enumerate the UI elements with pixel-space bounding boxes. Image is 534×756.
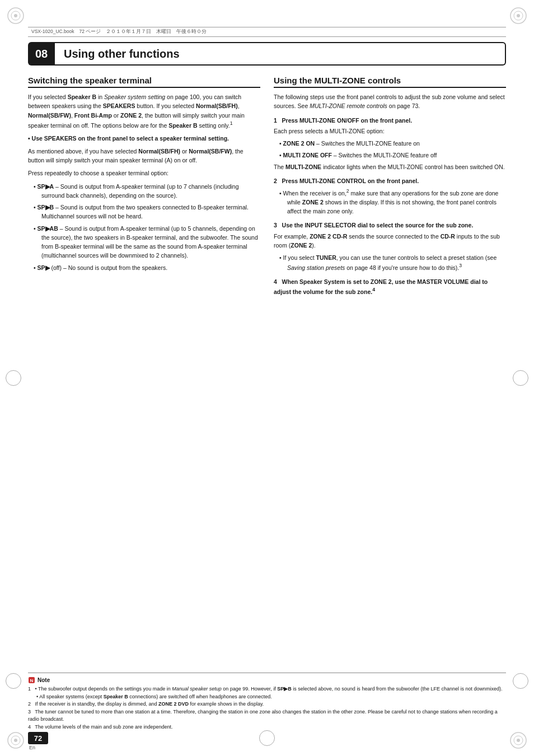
corner-decoration-tr	[507, 4, 530, 27]
note-label: Note	[38, 677, 50, 683]
page-num-box: 72	[28, 732, 48, 744]
step-4-heading: 4 When Speaker System is set to ZONE 2, …	[274, 278, 506, 297]
chapter-title-bar: Using other functions	[55, 42, 506, 66]
side-circle-left-mid	[6, 370, 21, 386]
multi-zone-off: • MULTI ZONE OFF – Switches the MULTI-ZO…	[279, 151, 506, 160]
right-column: Using the MULTI-ZONE controls The follow…	[274, 76, 506, 711]
svg-point-11	[517, 739, 520, 742]
note-4: 4 The volume levels of the main and sub …	[28, 724, 506, 731]
note-icon: N	[28, 676, 35, 684]
chapter-header: 08 Using other functions	[28, 42, 506, 66]
side-circle-right-mid	[513, 370, 528, 386]
svg-text:N: N	[30, 678, 34, 683]
chapter-number: 08	[28, 42, 55, 66]
press-repeatedly-intro: Press repeatedly to choose a speaker ter…	[28, 169, 260, 178]
step-3-bullet1: • If you select TUNER, you can use the t…	[279, 253, 506, 272]
bullet-heading-body: As mentioned above, if you have selected…	[28, 147, 260, 165]
file-info: VSX-1020_UC.book 72 ページ ２０１０年１月７日 木曜日 午後…	[31, 29, 207, 35]
svg-point-5	[517, 14, 520, 17]
step-1-body: Each press selects a MULTI-ZONE option:	[274, 127, 506, 136]
content-area: Switching the speaker terminal If you se…	[28, 76, 506, 711]
left-section-title: Switching the speaker terminal	[28, 76, 260, 88]
step-2-bullet1: • When the receiver is on,2 make sure th…	[279, 188, 506, 216]
bullet-heading: • Use SPEAKERS on the front panel to sel…	[28, 134, 260, 143]
step-1-bullets: • ZONE 2 ON – Switches the MULTI-ZONE fe…	[279, 139, 506, 160]
right-section-title: Using the MULTI-ZONE controls	[274, 76, 506, 88]
header-bar: VSX-1020_UC.book 72 ページ ２０１０年１月７日 木曜日 午後…	[28, 27, 506, 37]
zone2-on: • ZONE 2 ON – Switches the MULTI-ZONE fe…	[279, 139, 506, 148]
corner-decoration-tl	[4, 4, 27, 27]
corner-decoration-br	[507, 729, 530, 752]
bullet-sp-off: • SP▶ (off) – No sound is output from th…	[34, 263, 260, 272]
page-lang: En	[28, 745, 35, 750]
page-number: 72 En	[28, 732, 48, 750]
step-3-heading: 3 Use the INPUT SELECTOR dial to select …	[274, 221, 506, 230]
left-intro: If you selected Speaker B in Speaker sys…	[28, 92, 260, 130]
note-section: N Note 1 • The subwoofer output depends …	[28, 673, 506, 731]
step-2-bullets: • When the receiver is on,2 make sure th…	[279, 188, 506, 216]
bullet-sp-ab: • SP▶AB – Sound is output from A-speaker…	[34, 224, 260, 260]
step-3-body: For example, ZONE 2 CD-R sends the sourc…	[274, 232, 506, 250]
bullet-sp-a: • SP▶A – Sound is output from A-speaker …	[34, 182, 260, 200]
step-1-heading: 1 Press MULTI-ZONE ON/OFF on the front p…	[274, 116, 506, 125]
center-bottom-circle	[259, 730, 275, 746]
step-1-extra: The MULTI-ZONE indicator lights when the…	[274, 162, 506, 171]
chapter-title: Using other functions	[64, 48, 180, 60]
note-1b: • All speaker systems (except Speaker B …	[28, 693, 506, 701]
note-1: 1 • The subwoofer output depends on the …	[28, 685, 506, 693]
left-column: Switching the speaker terminal If you se…	[28, 76, 260, 711]
step-2-heading: 2 Press MULTI-ZONE CONTROL on the front …	[274, 177, 506, 186]
note-3: 3 The tuner cannot be tuned to more than…	[28, 708, 506, 724]
side-circle-right-bot	[513, 673, 528, 689]
right-intro: The following steps use the front panel …	[274, 92, 506, 111]
speaker-bullets: • SP▶A – Sound is output from A-speaker …	[34, 182, 260, 272]
step-3-bullets: • If you select TUNER, you can use the t…	[279, 253, 506, 272]
note-2: 2 If the receiver is in standby, the dis…	[28, 701, 506, 708]
svg-point-8	[14, 739, 17, 742]
bullet-sp-b: • SP▶B – Sound is output from the two sp…	[34, 203, 260, 221]
corner-decoration-bl	[4, 729, 27, 752]
note-title: N Note	[28, 676, 506, 684]
svg-point-2	[14, 14, 17, 17]
side-circle-left-bot	[6, 673, 21, 689]
